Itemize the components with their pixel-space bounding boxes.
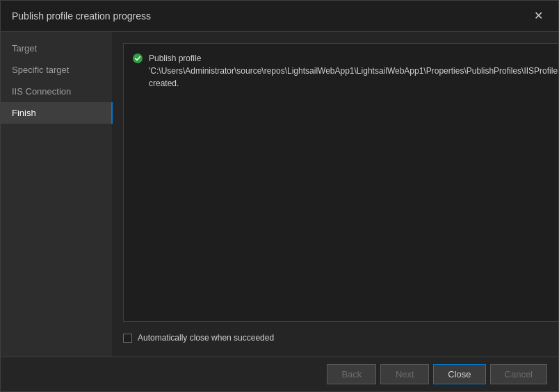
content-area: Target Specific target IIS Connection Fi… (1, 32, 558, 357)
sidebar-item-finish[interactable]: Finish (1, 102, 112, 124)
sidebar-item-iis-connection[interactable]: IIS Connection (1, 81, 112, 102)
cancel-button[interactable]: Cancel (490, 364, 547, 384)
progress-text: Publish profile 'C:\Users\Administrator\… (149, 52, 558, 90)
success-icon (132, 53, 143, 64)
sidebar-item-specific-target[interactable]: Specific target (1, 59, 112, 81)
dialog-title: Publish profile creation progress (12, 10, 151, 22)
auto-close-row: Automatically close when succeeded (123, 330, 558, 345)
footer: Back Next Close Cancel (1, 357, 558, 391)
main-area: Publish profile 'C:\Users\Administrator\… (112, 32, 558, 357)
next-button[interactable]: Next (380, 364, 429, 384)
close-button[interactable]: Close (433, 364, 485, 384)
window-close-button[interactable]: ✕ (530, 9, 547, 23)
sidebar-item-target[interactable]: Target (1, 38, 112, 59)
auto-close-label: Automatically close when succeeded (138, 333, 274, 343)
dialog: Publish profile creation progress ✕ Targ… (0, 0, 559, 392)
progress-box: Publish profile 'C:\Users\Administrator\… (123, 43, 558, 322)
back-button[interactable]: Back (327, 364, 376, 384)
title-bar: Publish profile creation progress ✕ (1, 1, 558, 32)
svg-point-0 (133, 54, 143, 63)
progress-message-row: Publish profile 'C:\Users\Administrator\… (132, 52, 558, 90)
sidebar: Target Specific target IIS Connection Fi… (1, 32, 112, 357)
auto-close-checkbox[interactable] (123, 334, 132, 343)
